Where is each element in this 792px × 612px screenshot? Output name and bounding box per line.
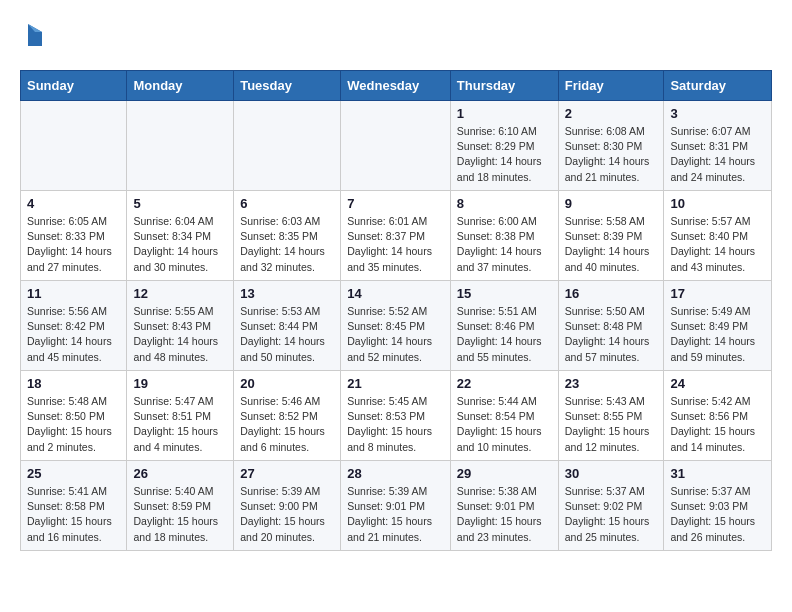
- day-info: Sunrise: 5:46 AM Sunset: 8:52 PM Dayligh…: [240, 394, 334, 455]
- calendar-cell: 2Sunrise: 6:08 AM Sunset: 8:30 PM Daylig…: [558, 101, 664, 191]
- calendar-cell: 10Sunrise: 5:57 AM Sunset: 8:40 PM Dayli…: [664, 191, 772, 281]
- day-info: Sunrise: 5:51 AM Sunset: 8:46 PM Dayligh…: [457, 304, 552, 365]
- day-info: Sunrise: 5:42 AM Sunset: 8:56 PM Dayligh…: [670, 394, 765, 455]
- day-info: Sunrise: 5:44 AM Sunset: 8:54 PM Dayligh…: [457, 394, 552, 455]
- calendar-cell: 23Sunrise: 5:43 AM Sunset: 8:55 PM Dayli…: [558, 371, 664, 461]
- weekday-header-sunday: Sunday: [21, 71, 127, 101]
- calendar-cell: 8Sunrise: 6:00 AM Sunset: 8:38 PM Daylig…: [450, 191, 558, 281]
- day-info: Sunrise: 5:56 AM Sunset: 8:42 PM Dayligh…: [27, 304, 120, 365]
- day-info: Sunrise: 6:10 AM Sunset: 8:29 PM Dayligh…: [457, 124, 552, 185]
- day-info: Sunrise: 5:38 AM Sunset: 9:01 PM Dayligh…: [457, 484, 552, 545]
- calendar-cell: 6Sunrise: 6:03 AM Sunset: 8:35 PM Daylig…: [234, 191, 341, 281]
- calendar-cell: 4Sunrise: 6:05 AM Sunset: 8:33 PM Daylig…: [21, 191, 127, 281]
- day-number: 31: [670, 466, 765, 481]
- day-info: Sunrise: 6:04 AM Sunset: 8:34 PM Dayligh…: [133, 214, 227, 275]
- day-info: Sunrise: 6:00 AM Sunset: 8:38 PM Dayligh…: [457, 214, 552, 275]
- calendar-cell: 18Sunrise: 5:48 AM Sunset: 8:50 PM Dayli…: [21, 371, 127, 461]
- calendar-cell: 27Sunrise: 5:39 AM Sunset: 9:00 PM Dayli…: [234, 461, 341, 551]
- day-info: Sunrise: 6:05 AM Sunset: 8:33 PM Dayligh…: [27, 214, 120, 275]
- logo-icon: [24, 22, 46, 54]
- weekday-header-tuesday: Tuesday: [234, 71, 341, 101]
- calendar-cell: [341, 101, 451, 191]
- calendar-cell: 7Sunrise: 6:01 AM Sunset: 8:37 PM Daylig…: [341, 191, 451, 281]
- day-number: 4: [27, 196, 120, 211]
- calendar-cell: 11Sunrise: 5:56 AM Sunset: 8:42 PM Dayli…: [21, 281, 127, 371]
- calendar-cell: 9Sunrise: 5:58 AM Sunset: 8:39 PM Daylig…: [558, 191, 664, 281]
- calendar-week-row: 4Sunrise: 6:05 AM Sunset: 8:33 PM Daylig…: [21, 191, 772, 281]
- calendar-cell: 24Sunrise: 5:42 AM Sunset: 8:56 PM Dayli…: [664, 371, 772, 461]
- weekday-header-wednesday: Wednesday: [341, 71, 451, 101]
- day-number: 6: [240, 196, 334, 211]
- weekday-header-monday: Monday: [127, 71, 234, 101]
- calendar-cell: 16Sunrise: 5:50 AM Sunset: 8:48 PM Dayli…: [558, 281, 664, 371]
- day-number: 18: [27, 376, 120, 391]
- weekday-header-thursday: Thursday: [450, 71, 558, 101]
- calendar-cell: 12Sunrise: 5:55 AM Sunset: 8:43 PM Dayli…: [127, 281, 234, 371]
- day-number: 8: [457, 196, 552, 211]
- day-info: Sunrise: 5:55 AM Sunset: 8:43 PM Dayligh…: [133, 304, 227, 365]
- day-info: Sunrise: 5:39 AM Sunset: 9:00 PM Dayligh…: [240, 484, 334, 545]
- calendar-cell: 20Sunrise: 5:46 AM Sunset: 8:52 PM Dayli…: [234, 371, 341, 461]
- day-info: Sunrise: 5:39 AM Sunset: 9:01 PM Dayligh…: [347, 484, 444, 545]
- calendar-cell: 19Sunrise: 5:47 AM Sunset: 8:51 PM Dayli…: [127, 371, 234, 461]
- day-info: Sunrise: 5:43 AM Sunset: 8:55 PM Dayligh…: [565, 394, 658, 455]
- calendar-cell: 17Sunrise: 5:49 AM Sunset: 8:49 PM Dayli…: [664, 281, 772, 371]
- calendar-cell: 30Sunrise: 5:37 AM Sunset: 9:02 PM Dayli…: [558, 461, 664, 551]
- day-number: 13: [240, 286, 334, 301]
- calendar-cell: 29Sunrise: 5:38 AM Sunset: 9:01 PM Dayli…: [450, 461, 558, 551]
- day-number: 12: [133, 286, 227, 301]
- day-number: 11: [27, 286, 120, 301]
- calendar-cell: 1Sunrise: 6:10 AM Sunset: 8:29 PM Daylig…: [450, 101, 558, 191]
- weekday-header-row: SundayMondayTuesdayWednesdayThursdayFrid…: [21, 71, 772, 101]
- calendar-week-row: 1Sunrise: 6:10 AM Sunset: 8:29 PM Daylig…: [21, 101, 772, 191]
- day-number: 24: [670, 376, 765, 391]
- calendar-cell: 28Sunrise: 5:39 AM Sunset: 9:01 PM Dayli…: [341, 461, 451, 551]
- calendar-cell: [127, 101, 234, 191]
- day-number: 9: [565, 196, 658, 211]
- weekday-header-friday: Friday: [558, 71, 664, 101]
- calendar-cell: 3Sunrise: 6:07 AM Sunset: 8:31 PM Daylig…: [664, 101, 772, 191]
- day-info: Sunrise: 5:53 AM Sunset: 8:44 PM Dayligh…: [240, 304, 334, 365]
- day-info: Sunrise: 6:07 AM Sunset: 8:31 PM Dayligh…: [670, 124, 765, 185]
- calendar-week-row: 11Sunrise: 5:56 AM Sunset: 8:42 PM Dayli…: [21, 281, 772, 371]
- calendar-cell: 25Sunrise: 5:41 AM Sunset: 8:58 PM Dayli…: [21, 461, 127, 551]
- day-info: Sunrise: 5:41 AM Sunset: 8:58 PM Dayligh…: [27, 484, 120, 545]
- day-info: Sunrise: 6:01 AM Sunset: 8:37 PM Dayligh…: [347, 214, 444, 275]
- calendar-week-row: 25Sunrise: 5:41 AM Sunset: 8:58 PM Dayli…: [21, 461, 772, 551]
- calendar-cell: 13Sunrise: 5:53 AM Sunset: 8:44 PM Dayli…: [234, 281, 341, 371]
- day-info: Sunrise: 5:37 AM Sunset: 9:02 PM Dayligh…: [565, 484, 658, 545]
- calendar-cell: 15Sunrise: 5:51 AM Sunset: 8:46 PM Dayli…: [450, 281, 558, 371]
- day-number: 19: [133, 376, 227, 391]
- day-info: Sunrise: 5:57 AM Sunset: 8:40 PM Dayligh…: [670, 214, 765, 275]
- weekday-header-saturday: Saturday: [664, 71, 772, 101]
- day-number: 28: [347, 466, 444, 481]
- calendar-cell: [21, 101, 127, 191]
- calendar-table: SundayMondayTuesdayWednesdayThursdayFrid…: [20, 70, 772, 551]
- day-number: 30: [565, 466, 658, 481]
- day-number: 23: [565, 376, 658, 391]
- day-number: 5: [133, 196, 227, 211]
- day-number: 16: [565, 286, 658, 301]
- day-number: 20: [240, 376, 334, 391]
- calendar-cell: 14Sunrise: 5:52 AM Sunset: 8:45 PM Dayli…: [341, 281, 451, 371]
- day-number: 7: [347, 196, 444, 211]
- day-number: 2: [565, 106, 658, 121]
- day-info: Sunrise: 5:45 AM Sunset: 8:53 PM Dayligh…: [347, 394, 444, 455]
- calendar-cell: 5Sunrise: 6:04 AM Sunset: 8:34 PM Daylig…: [127, 191, 234, 281]
- day-number: 27: [240, 466, 334, 481]
- day-number: 26: [133, 466, 227, 481]
- page-header: [20, 20, 772, 54]
- day-number: 14: [347, 286, 444, 301]
- day-info: Sunrise: 6:03 AM Sunset: 8:35 PM Dayligh…: [240, 214, 334, 275]
- day-number: 3: [670, 106, 765, 121]
- day-number: 10: [670, 196, 765, 211]
- calendar-cell: 21Sunrise: 5:45 AM Sunset: 8:53 PM Dayli…: [341, 371, 451, 461]
- day-number: 17: [670, 286, 765, 301]
- day-number: 25: [27, 466, 120, 481]
- svg-marker-0: [28, 24, 42, 46]
- calendar-week-row: 18Sunrise: 5:48 AM Sunset: 8:50 PM Dayli…: [21, 371, 772, 461]
- calendar-cell: [234, 101, 341, 191]
- day-info: Sunrise: 5:37 AM Sunset: 9:03 PM Dayligh…: [670, 484, 765, 545]
- logo: [20, 20, 46, 54]
- day-number: 21: [347, 376, 444, 391]
